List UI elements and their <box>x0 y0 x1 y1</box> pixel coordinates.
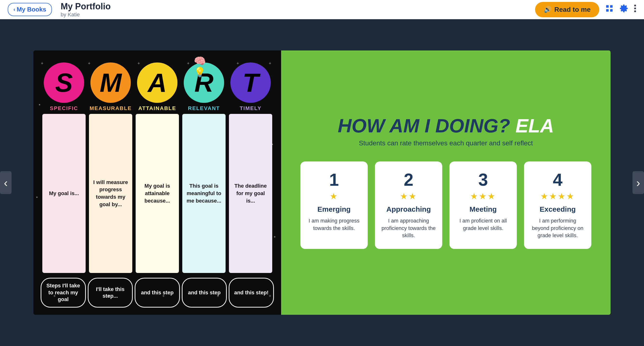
rating-1-number: 1 <box>329 171 339 188</box>
settings-button[interactable] <box>620 4 628 15</box>
rating-3-level: Meeting <box>470 205 496 213</box>
step-2-text: and this step <box>141 289 174 296</box>
ela-header: HOW AM I DOING? ELA Students can rate th… <box>338 116 554 147</box>
svg-rect-0 <box>606 5 609 8</box>
desc-t-text: The deadline for my goal is... <box>232 182 269 204</box>
back-button[interactable]: ‹ My Books <box>8 3 52 16</box>
svg-point-6 <box>634 10 636 12</box>
header-actions: 🔊 Read to me <box>535 2 636 17</box>
svg-rect-3 <box>610 9 613 12</box>
rating-1-level: Emerging <box>318 205 350 213</box>
desc-t-cell: The deadline for my goal is... <box>229 114 272 273</box>
smart-r-item: 🧠💡 R RELEVANT <box>182 62 226 111</box>
svg-rect-2 <box>606 9 609 12</box>
smart-desc-row: My goal is... I will measure progress to… <box>41 114 274 273</box>
desc-a-text: My goal is attainable because... <box>138 182 176 204</box>
more-options-icon <box>634 4 636 13</box>
svg-rect-1 <box>610 5 613 8</box>
smart-a-letter: A <box>148 69 167 96</box>
svg-point-5 <box>634 7 636 9</box>
rating-2-card: 2 ★★ Approaching I am approaching profic… <box>375 161 442 249</box>
smart-s-letter: S <box>55 69 72 96</box>
desc-s-cell: My goal is... <box>42 114 86 273</box>
ela-subtitle: Students can rate themselves each quarte… <box>338 139 554 147</box>
read-to-me-button[interactable]: 🔊 Read to me <box>535 2 599 17</box>
desc-s-text: My goal is... <box>49 190 79 197</box>
rating-3-stars: ★★★ <box>470 191 496 201</box>
main-area: ‹ + + + + + + + + + + + ★ ★ ★ ★ <box>0 19 644 346</box>
smart-t-circle: T <box>230 62 271 103</box>
smart-letters-row: S SPECIFIC M MEASURABLE A ATTAINABLE <box>41 60 274 111</box>
ela-title-part1: HOW AM I DOING? <box>338 115 510 136</box>
header: ‹ My Books My Portfolio by Katie 🔊 Read … <box>0 0 644 19</box>
rating-cards: 1 ★ Emerging I am making progress toward… <box>300 161 591 249</box>
step-4-item: and this step! <box>229 278 274 308</box>
step-goal-text: Steps I'll take to reach my goal <box>44 282 82 303</box>
step-3-item: and this step <box>182 278 227 308</box>
grid-icon <box>605 4 614 13</box>
rating-2-desc: I am approaching proficiency towards the… <box>381 217 436 239</box>
slide-container: + + + + + + + + + + + ★ ★ ★ ★ S <box>34 50 610 315</box>
rating-2-stars: ★★ <box>400 191 417 201</box>
rating-3-number: 3 <box>478 171 488 188</box>
header-title-block: My Portfolio by Katie <box>60 1 110 18</box>
rating-4-desc: I am performing beyond proficiency on gr… <box>530 217 586 239</box>
back-arrow-icon: ‹ <box>14 6 15 13</box>
back-label: My Books <box>16 6 46 13</box>
step-2-item: and this step <box>135 278 180 308</box>
smart-r-circle: 🧠💡 R <box>184 62 224 103</box>
smart-a-item: A ATTAINABLE <box>136 62 179 111</box>
smart-r-label: RELEVANT <box>188 105 220 111</box>
nav-prev-button[interactable]: ‹ <box>0 171 12 194</box>
smart-m-label: MEASURABLE <box>90 105 132 111</box>
desc-m-text: I will measure progress towards my goal … <box>92 179 130 208</box>
rating-2-number: 2 <box>404 171 414 188</box>
svg-point-4 <box>634 4 636 6</box>
rating-1-card: 1 ★ Emerging I am making progress toward… <box>300 161 368 249</box>
smart-s-item: S SPECIFIC <box>42 62 86 111</box>
desc-r-cell: This goal is meaningful to me because... <box>182 114 226 273</box>
smart-m-circle: M <box>90 62 131 103</box>
more-options-button[interactable] <box>634 4 636 15</box>
desc-r-text: This goal is meaningful to me because... <box>185 182 223 204</box>
rating-3-card: 3 ★★★ Meeting I am proficient on all gra… <box>450 161 517 249</box>
read-to-me-label: Read to me <box>554 6 590 13</box>
rating-4-level: Exceeding <box>540 205 576 213</box>
smart-a-label: ATTAINABLE <box>138 105 176 111</box>
rating-4-number: 4 <box>553 171 562 188</box>
smart-t-letter: T <box>242 69 258 96</box>
grid-view-button[interactable] <box>605 4 614 15</box>
rating-2-level: Approaching <box>386 205 431 213</box>
right-arrow-icon: › <box>636 176 640 189</box>
step-4-text: and this step! <box>234 289 268 296</box>
smart-t-label: TIMELY <box>240 105 262 111</box>
desc-m-cell: I will measure progress towards my goal … <box>89 114 132 273</box>
smart-panel: + + + + + + + + + + + ★ ★ ★ ★ S <box>34 50 281 315</box>
step-goal-item: Steps I'll take to reach my goal <box>41 278 86 308</box>
step-3-text: and this step <box>188 289 221 296</box>
speaker-icon: 🔊 <box>544 6 552 13</box>
ela-title-highlight: ELA <box>516 115 554 136</box>
left-arrow-icon: ‹ <box>4 176 8 189</box>
ela-title: HOW AM I DOING? ELA <box>338 116 554 135</box>
smart-m-item: M MEASURABLE <box>89 62 132 111</box>
smart-m-letter: M <box>100 69 122 96</box>
rating-1-stars: ★ <box>330 191 338 201</box>
desc-a-cell: My goal is attainable because... <box>136 114 179 273</box>
rating-1-desc: I am making progress towards the skills. <box>306 217 362 232</box>
rating-4-card: 4 ★★★★ Exceeding I am performing beyond … <box>524 161 591 249</box>
steps-row: Steps I'll take to reach my goal I'll ta… <box>41 278 274 308</box>
smart-s-circle: S <box>44 62 84 103</box>
ela-panel: HOW AM I DOING? ELA Students can rate th… <box>281 50 610 315</box>
page-title: My Portfolio <box>60 1 110 11</box>
brain-icon: 🧠💡 <box>194 55 214 78</box>
smart-s-label: SPECIFIC <box>50 105 78 111</box>
step-1-item: I'll take this step... <box>88 278 133 308</box>
smart-a-circle: A <box>137 62 178 103</box>
gear-icon <box>620 4 628 13</box>
nav-next-button[interactable]: › <box>632 171 644 194</box>
rating-3-desc: I am proficient on all grade level skill… <box>455 217 511 232</box>
page-subtitle: by Katie <box>60 11 110 18</box>
rating-4-stars: ★★★★ <box>540 191 575 201</box>
step-1-text: I'll take this step... <box>92 286 130 300</box>
